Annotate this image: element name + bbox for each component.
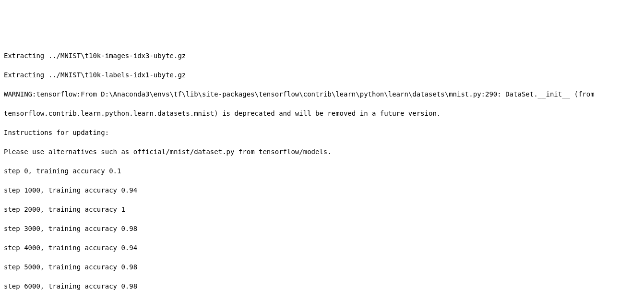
output-line: step 2000, training accuracy 1 (4, 205, 640, 214)
output-line: step 3000, training accuracy 0.98 (4, 224, 640, 233)
output-line: Instructions for updating: (4, 128, 640, 137)
cell-output: Extracting ../MNIST\t10k-images-idx3-uby… (4, 41, 640, 290)
output-line: step 6000, training accuracy 0.98 (4, 281, 640, 290)
output-line: step 0, training accuracy 0.1 (4, 166, 640, 176)
output-line: WARNING:tensorflow:From D:\Anaconda3\env… (4, 89, 640, 99)
output-line: step 1000, training accuracy 0.94 (4, 185, 640, 195)
output-line: step 5000, training accuracy 0.98 (4, 262, 640, 272)
output-line: tensorflow.contrib.learn.python.learn.da… (4, 109, 640, 118)
output-line: Please use alternatives such as official… (4, 147, 640, 157)
output-line: Extracting ../MNIST\t10k-labels-idx1-uby… (4, 70, 640, 80)
output-line: step 4000, training accuracy 0.94 (4, 243, 640, 253)
output-line: Extracting ../MNIST\t10k-images-idx3-uby… (4, 51, 640, 60)
